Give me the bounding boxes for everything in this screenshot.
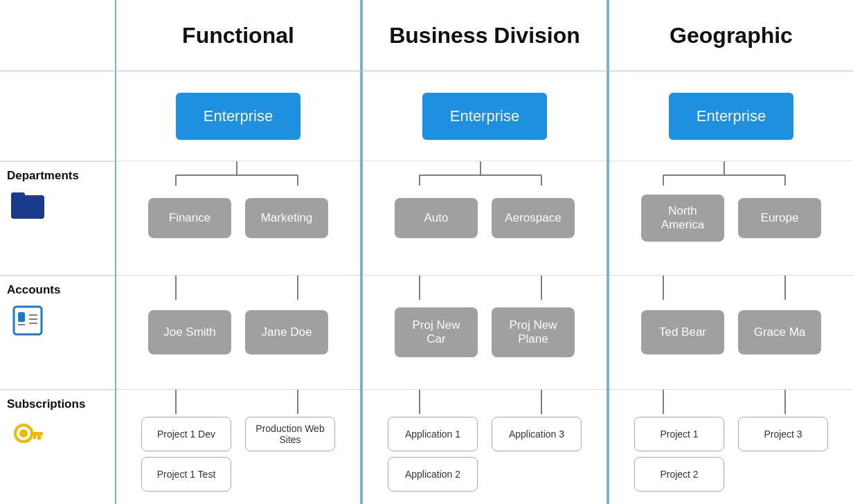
functional-subscriptions-cell: Project 1 Dev Project 1 Test Production … [116, 390, 360, 504]
enterprise-label-spacer [0, 71, 115, 161]
business-account-projnewplane[interactable]: Proj New Plane [492, 307, 575, 357]
svg-rect-46 [30, 432, 43, 435]
business-dept-aerospace[interactable]: Aerospace [492, 198, 575, 238]
geographic-departments-cell: North America Europe [609, 161, 853, 276]
accounts-label-section: Accounts [0, 276, 115, 390]
functional-enterprise-node[interactable]: Enterprise [176, 93, 300, 140]
business-dept-auto[interactable]: Auto [395, 198, 478, 238]
geographic-subs-right: Project 3 [738, 417, 828, 451]
data-columns: Enterprise Finance Marketing [115, 71, 853, 504]
svg-rect-37 [11, 192, 25, 199]
geographic-account-gracema[interactable]: Grace Ma [738, 310, 821, 354]
header-business: Business Division [361, 0, 608, 71]
departments-label-section: Departments [0, 161, 115, 276]
business-subs-left: Application 1 Application 2 [388, 417, 478, 492]
geographic-dept-northamerica[interactable]: North America [641, 195, 724, 242]
accounts-label: Accounts [7, 283, 60, 297]
geographic-title: Geographic [670, 23, 793, 48]
subscriptions-label-section: Subscriptions [0, 390, 115, 504]
geographic-accounts-cell: Ted Bear Grace Ma [609, 276, 853, 390]
main-content: Departments Accounts [0, 71, 853, 504]
functional-departments-cell: Finance Marketing [116, 161, 360, 276]
headers-row: Functional Business Division Geographic [0, 0, 853, 71]
geographic-column: Enterprise North America Europe [608, 71, 853, 504]
svg-point-45 [19, 429, 28, 438]
functional-dept-finance[interactable]: Finance [148, 198, 231, 238]
geographic-sub-proj2[interactable]: Project 2 [634, 457, 724, 492]
functional-subs: Project 1 Dev Project 1 Test Production … [141, 403, 335, 492]
business-departments-cell: Auto Aerospace [363, 161, 607, 276]
business-sub-app3[interactable]: Application 3 [492, 417, 582, 451]
functional-account-joe[interactable]: Joe Smith [148, 310, 231, 354]
folder-icon [11, 190, 44, 222]
functional-accounts-cell: Joe Smith Jane Doe [116, 276, 360, 390]
geographic-sub-proj3[interactable]: Project 3 [738, 417, 828, 451]
geographic-enterprise-node[interactable]: Enterprise [669, 93, 793, 140]
business-subs: Application 1 Application 2 Application … [388, 403, 582, 492]
business-accounts-cell: Proj New Car Proj New Plane [363, 276, 607, 390]
functional-subs-right: Production Web Sites [245, 417, 335, 451]
header-spacer [0, 0, 115, 71]
geographic-enterprise-cell: Enterprise [609, 71, 853, 161]
functional-depts: Finance Marketing [148, 198, 328, 238]
geographic-subs: Project 1 Project 2 Project 3 [634, 403, 828, 492]
svg-rect-48 [33, 435, 36, 439]
departments-label: Departments [7, 169, 79, 183]
header-geographic: Geographic [608, 0, 853, 71]
functional-sub-proj1dev[interactable]: Project 1 Dev [141, 417, 231, 451]
functional-dept-marketing[interactable]: Marketing [245, 198, 328, 238]
diagram-container: Functional Business Division Geographic … [0, 0, 853, 504]
geographic-depts: North America Europe [641, 195, 821, 242]
business-sub-app1[interactable]: Application 1 [388, 417, 478, 451]
business-sub-app2[interactable]: Application 2 [388, 457, 478, 492]
functional-title: Functional [182, 23, 294, 48]
functional-sub-proj1test[interactable]: Project 1 Test [141, 457, 231, 492]
key-icon [11, 418, 44, 454]
svg-rect-47 [37, 435, 41, 440]
labels-column: Departments Accounts [0, 71, 115, 504]
business-enterprise-node[interactable]: Enterprise [422, 93, 547, 140]
functional-subs-left: Project 1 Dev Project 1 Test [141, 417, 231, 492]
functional-accounts: Joe Smith Jane Doe [148, 310, 328, 354]
business-title: Business Division [389, 23, 580, 48]
functional-sub-prodweb[interactable]: Production Web Sites [245, 417, 335, 451]
subscriptions-label: Subscriptions [7, 397, 85, 411]
svg-rect-39 [18, 312, 25, 322]
business-subscriptions-cell: Application 1 Application 2 Application … [363, 390, 607, 504]
functional-column: Enterprise Finance Marketing [115, 71, 361, 504]
business-column: Enterprise Auto Aerospace [361, 71, 608, 504]
header-functional: Functional [115, 0, 361, 71]
geographic-accounts: Ted Bear Grace Ma [641, 310, 821, 354]
functional-account-jane[interactable]: Jane Doe [245, 310, 328, 354]
business-account-projnewcar[interactable]: Proj New Car [395, 307, 478, 357]
business-enterprise-cell: Enterprise [363, 71, 607, 161]
business-depts: Auto Aerospace [395, 198, 575, 238]
geographic-dept-europe[interactable]: Europe [738, 198, 821, 238]
functional-enterprise-cell: Enterprise [116, 71, 360, 161]
account-icon [11, 304, 44, 340]
geographic-subscriptions-cell: Project 1 Project 2 Project 3 [609, 390, 853, 504]
geographic-sub-proj1[interactable]: Project 1 [634, 417, 724, 451]
business-subs-right: Application 3 [492, 417, 582, 451]
geographic-account-tedbear[interactable]: Ted Bear [641, 310, 724, 354]
geographic-subs-left: Project 1 Project 2 [634, 417, 724, 492]
business-accounts: Proj New Car Proj New Plane [395, 307, 575, 357]
